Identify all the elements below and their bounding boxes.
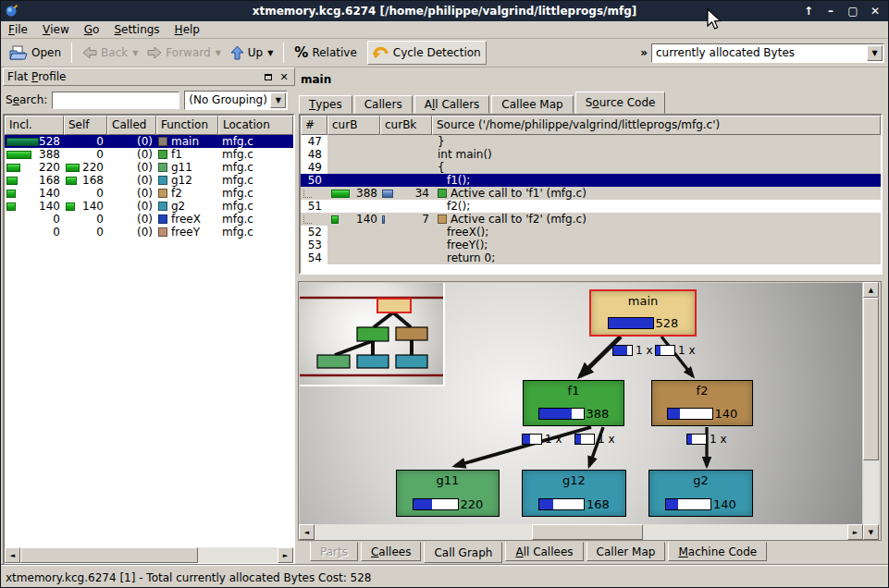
source-column-header[interactable]: # [301,116,327,135]
scroll-right-icon[interactable]: ► [847,524,863,540]
source-line[interactable]: 53freeY(); [301,239,881,251]
tab-callee-map[interactable]: Callee Map [491,95,573,114]
back-dropdown-icon[interactable]: ▼ [132,49,138,57]
table-row[interactable]: 3880(0)f1mfg.c [5,148,293,161]
tab-parts: Parts [310,542,358,561]
tab-call-graph[interactable]: Call Graph [424,542,502,563]
table-row[interactable]: 00(0)freeXmfg.c [5,213,293,226]
table-row[interactable]: 220220(0)g11mfg.c [5,161,293,174]
scrollbar-thumb[interactable] [863,298,879,460]
titlebar[interactable]: xtmemory.kcg.6274 [/home/philippe/valgri… [1,1,888,21]
close-button[interactable]: ✕ [868,4,883,18]
scroll-left-icon[interactable]: ◄ [299,524,315,540]
flat-profile-header: Incl.SelfCalledFunctionLocation [5,116,293,135]
tab-source-code[interactable]: Source Code [575,92,666,114]
event-type-dropdown-icon[interactable]: ▼ [867,45,883,61]
search-input[interactable] [52,92,179,109]
menu-view[interactable]: View [35,22,77,38]
cycle-detection-button[interactable]: Cycle Detection [367,41,487,65]
source-line[interactable]: 54return 0; [301,251,881,264]
shade-button[interactable]: ↑ [801,4,816,18]
table-row[interactable]: 1400(0)f2mfg.c [5,187,293,200]
table-row[interactable]: 140140(0)g2mfg.c [5,200,293,213]
grouping-dropdown-icon[interactable]: ▼ [270,92,286,108]
self-value: 168 [82,174,104,187]
source-line[interactable]: 50f1(); [301,174,881,187]
menu-file[interactable]: File [1,22,35,38]
source-column-header[interactable]: Source ('/home/philippe/valgrind/littlep… [432,116,881,135]
grouping-select[interactable]: (No Grouping) ▼ [184,91,288,110]
column-header-incl[interactable]: Incl. [5,116,64,135]
table-row[interactable]: 168168(0)g12mfg.c [5,174,293,187]
forward-dropdown-icon[interactable]: ▼ [216,49,221,57]
graph-node-f1[interactable]: f1388 [523,380,624,426]
minimize-button[interactable]: – [823,4,838,18]
graph-node-g11[interactable]: g11220 [396,470,500,517]
column-header-function[interactable]: Function [156,116,218,135]
source-line[interactable]: 47} [301,135,881,148]
scroll-right-icon[interactable]: ► [278,547,293,563]
tab-callees[interactable]: Callees [361,542,421,561]
menu-settings[interactable]: Settings [106,22,167,38]
menu-go[interactable]: Go [77,22,107,38]
curb-cell: 388 [327,187,380,200]
source-view: #curBcurBkSource ('/home/philippe/valgri… [299,114,883,275]
column-header-called[interactable]: Called [107,116,156,135]
graph-hscrollbar[interactable]: ◄ ► [299,524,863,540]
source-line[interactable]: 48int main() [301,148,881,161]
forward-button[interactable]: Forward ▼ [142,41,225,65]
menu-help[interactable]: Help [167,22,207,38]
open-button[interactable]: Open [5,41,66,65]
call-text: Active call to 'f2' (mfg.c) [432,213,881,226]
graph-node-g2[interactable]: g2140 [648,470,753,517]
tab-all-callees[interactable]: All Callees [505,542,583,561]
edge-label-f2-g2: 1 x [686,433,727,446]
table-row[interactable]: 5280(0)mainmfg.c [5,135,293,148]
graph-overview-minimap[interactable] [300,283,445,386]
scroll-left-icon[interactable]: ◄ [5,547,20,563]
tab-caller-map[interactable]: Caller Map [586,542,666,561]
dock-float-button[interactable] [262,70,275,83]
scroll-up-icon[interactable]: ▲ [863,282,879,298]
node-cost-bar [608,317,654,329]
scrollbar-thumb[interactable] [532,524,643,540]
source-line[interactable]: 51f2(); [301,200,881,213]
scroll-down-icon[interactable]: ▼ [863,524,879,540]
edge-label-f1-g11: 1 x [522,433,562,446]
source-call-line[interactable]: 38834Active call to 'f1' (mfg.c) [301,187,881,200]
incl-cell: 168 [5,174,64,187]
call-graph-canvas[interactable]: 1 x1 x1 x1 x1 xmain528f1388f2140g11220g1… [300,283,862,525]
dock-close-button[interactable]: ✕ [278,70,290,83]
source-column-header[interactable]: curBk [380,116,432,135]
status-text: xtmemory.kcg.6274 [1] - Total currently … [6,571,371,584]
up-button[interactable]: Up ▼ [226,41,278,65]
column-header-location[interactable]: Location [218,116,293,135]
node-cost-bar [665,498,711,510]
maximize-button[interactable]: ▢ [846,4,860,18]
back-button[interactable]: Back ▼ [78,41,142,65]
graph-node-f2[interactable]: f2140 [651,380,753,426]
tab-callers[interactable]: Callers [354,95,413,114]
tab-machine-code[interactable]: Machine Code [668,542,767,561]
flat-profile-hscrollbar[interactable]: ◄ ► [5,547,293,563]
up-dropdown-icon[interactable]: ▼ [267,49,273,57]
column-header-self[interactable]: Self [64,116,107,135]
source-line[interactable]: 52freeX(); [301,226,881,239]
curb-cell [327,174,380,187]
toolbar-overflow-chevron[interactable]: » [636,46,651,59]
incl-cell: 220 [5,161,64,174]
graph-node-main[interactable]: main528 [589,289,697,337]
source-column-header[interactable]: curB [327,116,380,135]
table-row[interactable]: 00(0)freeYmfg.c [5,226,293,239]
event-type-select[interactable]: currently allocated Bytes ▼ [651,43,884,63]
source-line[interactable]: 49{ [301,161,881,174]
relative-button[interactable]: % Relative [290,41,361,65]
tab-all-callers[interactable]: All Callers [414,95,490,114]
graph-vscrollbar[interactable]: ▲ ▼ [863,282,879,540]
dock-titlebar[interactable]: Flat Profile ✕ [3,67,295,86]
graph-node-g12[interactable]: g12168 [522,470,626,517]
tab-types[interactable]: Types [299,95,352,114]
source-call-line[interactable]: 1407Active call to 'f2' (mfg.c) [301,213,881,226]
self-cell: 0 [64,213,107,226]
scrollbar-thumb[interactable] [20,547,198,563]
